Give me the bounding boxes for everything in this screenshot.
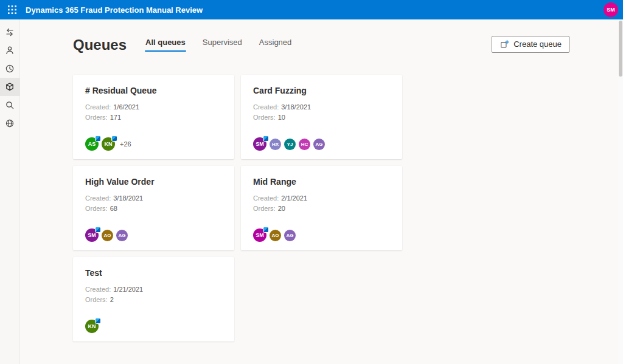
avatar[interactable]: SM [253,228,266,242]
orders-value: 10 [278,114,285,121]
tab-assigned[interactable]: Assigned [259,35,292,52]
avatar[interactable]: AG [313,139,325,150]
queue-card[interactable]: # Residual Queue Created:1/6/2021 Orders… [73,75,234,159]
avatar[interactable]: HX [270,139,281,150]
orders-value: 20 [278,205,285,212]
queue-card[interactable]: High Value Order Created:3/18/2021 Order… [73,166,234,250]
avatar-badge-icon [263,227,269,233]
main-content: Queues All queues Supervised Assigned Cr… [20,19,623,364]
queue-card-title: Test [85,268,222,278]
orders-value: 171 [110,114,121,121]
avatar[interactable]: AG [284,230,296,241]
avatar[interactable]: SM [253,137,266,151]
avatar[interactable]: AO [102,230,113,241]
queue-card[interactable]: Test Created:1/21/2021 Orders:2 KN [73,257,234,342]
tab-all-queues[interactable]: All queues [145,35,186,52]
created-value: 1/6/2021 [113,103,139,111]
avatar[interactable]: AO [270,230,281,241]
queue-card-title: Card Fuzzing [253,86,390,95]
created-label: Created: [253,103,279,111]
avatar[interactable]: AG [116,230,128,241]
person-icon [5,46,15,55]
waffle-grid-icon [8,5,16,14]
sidebar-item-history[interactable] [0,60,20,78]
avatar[interactable]: KN [85,320,99,333]
assignee-avatars: AS KN +26 [85,130,222,151]
page-header: Queues All queues Supervised Assigned Cr… [73,35,569,53]
orders-label: Orders: [85,205,108,212]
left-nav [0,19,20,364]
sidebar-item-insights[interactable] [0,114,20,132]
created-label: Created: [85,103,111,111]
created-value: 3/18/2021 [113,194,143,202]
orders-label: Orders: [85,114,108,121]
orders-label: Orders: [253,205,276,212]
orders-label: Orders: [85,296,108,303]
search-icon [5,100,15,110]
created-value: 2/1/2021 [281,194,307,202]
created-label: Created: [85,194,111,202]
app-title: Dynamics 365 Fraud Protection Manual Rev… [26,5,203,15]
orders-label: Orders: [253,114,276,121]
avatar-overflow-count: +26 [120,140,131,148]
user-avatar[interactable]: SM [604,2,618,17]
assignee-avatars: SM HX YJ HC AG [253,130,390,151]
collapse-expand-icon [5,27,15,37]
orders-value: 68 [110,205,117,212]
assignee-avatars: SM AO AG [85,221,222,242]
avatar[interactable]: HC [299,139,310,150]
sidebar-item-search[interactable] [0,96,20,114]
orders-value: 2 [110,296,114,303]
avatar-badge-icon [95,136,101,142]
avatar-badge-icon [111,136,117,142]
queue-card-title: High Value Order [85,177,222,187]
avatar[interactable]: AS [85,137,99,151]
queue-tabs: All queues Supervised Assigned [145,35,292,53]
globe-icon [5,118,15,128]
queue-card[interactable]: Card Fuzzing Created:3/18/2021 Orders:10… [241,75,402,159]
avatar[interactable]: YJ [284,139,296,150]
clock-icon [5,64,15,74]
sidebar-item-users[interactable] [0,41,20,60]
avatar-badge-icon [95,227,101,233]
create-queue-icon [499,39,509,49]
avatar[interactable]: SM [85,228,99,242]
created-label: Created: [253,194,279,202]
avatar[interactable]: KN [102,137,115,151]
top-app-bar: Dynamics 365 Fraud Protection Manual Rev… [0,0,623,19]
scrollbar[interactable] [618,19,623,364]
avatar-badge-icon [263,136,269,142]
app-launcher-icon[interactable] [0,0,24,19]
created-value: 1/21/2021 [113,286,143,293]
page-title: Queues [73,37,127,53]
created-label: Created: [85,286,111,293]
queue-card-grid: # Residual Queue Created:1/6/2021 Orders… [73,75,569,342]
queue-card[interactable]: Mid Range Created:2/1/2021 Orders:20 SM … [241,166,402,250]
sidebar-item-collapse[interactable] [0,23,20,41]
scrollbar-thumb[interactable] [619,21,622,77]
assignee-avatars: KN [85,312,222,333]
queue-card-title: # Residual Queue [85,86,222,95]
create-queue-button[interactable]: Create queue [492,36,569,53]
queues-icon [5,82,15,92]
tab-supervised[interactable]: Supervised [202,35,243,52]
queue-card-title: Mid Range [253,177,390,187]
sidebar-item-queues[interactable] [0,78,20,96]
avatar-badge-icon [95,318,101,324]
created-value: 3/18/2021 [281,103,311,111]
assignee-avatars: SM AO AG [253,221,390,242]
